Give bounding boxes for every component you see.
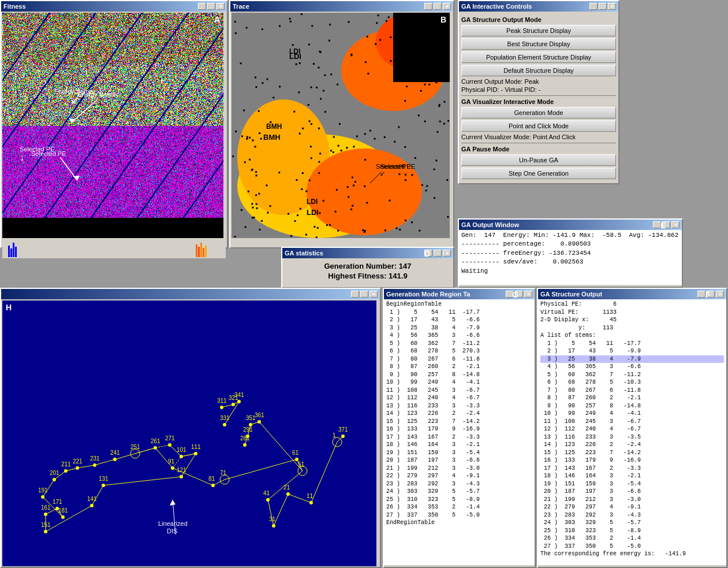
trace-content: B LDI BMH LDI Selected PE↙ (230, 12, 453, 239)
trace-maximize[interactable]: □ (434, 3, 442, 10)
close-btn[interactable]: ✕ (608, 3, 616, 10)
trace-close[interactable]: ✕ (443, 3, 451, 10)
fitness-window: Fitness _ □ ✕ A Energy Barrier ↙ Selecte… (0, 0, 228, 248)
stats-maximize[interactable]: □ (434, 250, 442, 257)
structure-win-controls: _ □ ✕ (697, 291, 724, 298)
point-click-btn[interactable]: Point and Click Mode (461, 120, 616, 132)
fitness-label-a: A (214, 15, 220, 24)
stats-content: Generation Number: 147 Highest Fitness: … (282, 258, 453, 284)
structure-content: Physical PE: 6Virtual PE: 11332-D Displa… (538, 299, 726, 565)
best-structure-btn[interactable]: Best Structure Display (461, 38, 616, 50)
large-minimize[interactable]: _ (351, 291, 359, 298)
ga-controls-content: GA Structure Output Mode Peak Structure … (459, 12, 618, 183)
histogram-svg (5, 240, 219, 257)
structure-titlebar: GA Structure Output _ □ ✕ (538, 289, 726, 299)
trace-title: Trace (233, 3, 249, 10)
peak-structure-btn[interactable]: Peak Structure Display (461, 25, 616, 36)
structure-minimize[interactable]: _ (697, 291, 705, 298)
fitness-minimize[interactable]: _ (198, 3, 206, 10)
ga-output-title: GA Output Window (461, 221, 519, 228)
minimize-btn[interactable]: _ (589, 3, 598, 10)
stats-label-d: D (424, 249, 430, 258)
ga-controls-titlebar: GA Interactive Controls _ □ ✕ (459, 1, 618, 12)
svg-rect-1 (10, 248, 12, 257)
gen-mode-table-window: Generation Mode Region Ta _ □ ✕ BeginReg… (383, 288, 536, 568)
ga-output-content: Gen: 147 Energy: Min: -141.9 Max: -58.5 … (459, 230, 682, 285)
structure-title: GA Structure Output (540, 291, 602, 298)
svg-rect-6 (200, 243, 202, 257)
maximize-btn[interactable]: □ (599, 3, 607, 10)
generation-mode-btn[interactable]: Generation Mode (461, 107, 616, 118)
output-text-area[interactable]: Gen: 147 Energy: Min: -141.9 Max: -58.5 … (459, 230, 682, 285)
structure-close[interactable]: ✕ (716, 291, 724, 298)
gen-mode-content: BeginRegionTable 1 ) 5 54 11 -17.7 2 ) 1… (384, 299, 535, 565)
region-table[interactable]: BeginRegionTable 1 ) 5 54 11 -17.7 2 ) 1… (384, 299, 535, 565)
energy-barrier-label: Energy Barrier ↙ (54, 88, 95, 106)
svg-rect-2 (13, 243, 14, 257)
trace-label-b: B (440, 15, 446, 24)
visualizer-mode-status: Current Visualizer Mode: Point And Click (461, 133, 616, 140)
trace-titlebar: Trace _ □ ✕ (230, 1, 453, 12)
ldi-top-label: LDI (289, 47, 300, 55)
ga-stats-title: GA statistics (285, 250, 323, 257)
unpause-btn[interactable]: Un-Pause GA (461, 154, 616, 166)
structure-output-label: GA Structure Output Mode (461, 16, 616, 23)
large-close[interactable]: ✕ (369, 291, 378, 298)
ga-controls-title: GA Interactive Controls (461, 3, 532, 10)
trace-minimize[interactable]: _ (424, 3, 432, 10)
stem-histograms-label: Stem Histograms (114, 229, 163, 236)
stats-close[interactable]: ✕ (443, 250, 451, 257)
pause-label: GA Pause Mode (461, 146, 616, 153)
large-display-content: H LinearizedDIS↓ (1, 299, 380, 567)
large-display-window: _ □ ✕ H LinearizedDIS↓ (0, 288, 381, 568)
highest-fitness-label: Highest Fitness: 141.9 (287, 272, 449, 280)
svg-rect-3 (15, 247, 17, 257)
fitness-close[interactable]: ✕ (216, 3, 225, 10)
selected-pe-label: Selected PE ↓ (20, 146, 55, 163)
fitness-title: Fitness (3, 3, 26, 10)
gen-table-close[interactable]: ✕ (524, 291, 532, 298)
fitness-win-controls: _ □ ✕ (198, 3, 225, 10)
population-element-btn[interactable]: Population Element Structure Display (461, 51, 616, 63)
gen-mode-title: Generation Mode Region Ta (386, 291, 470, 298)
ga-stats-window: GA statistics _ □ ✕ Generation Number: 1… (281, 247, 454, 288)
large-label-h: H (6, 303, 12, 312)
svg-rect-4 (196, 244, 197, 257)
fitness-canvas[interactable]: A Energy Barrier ↙ Selected PE ↓ (2, 13, 223, 238)
svg-rect-7 (203, 248, 204, 257)
gen-number-label: Generation Number: 147 (287, 262, 449, 270)
ga-output-titlebar: GA Output Window _ □ ✕ (459, 220, 682, 230)
fitness-titlebar: Fitness _ □ ✕ (1, 1, 227, 12)
svg-rect-5 (198, 247, 200, 257)
ga-output-controls: _ □ ✕ (653, 221, 680, 228)
output-mode-status: Current Output Mode: Peak (461, 78, 616, 85)
large-maximize[interactable]: □ (360, 291, 368, 298)
trace-win-controls: _ □ ✕ (424, 3, 451, 10)
trace-selected-pe: Selected PE↙ (380, 163, 415, 177)
svg-rect-8 (205, 246, 207, 257)
svg-rect-0 (8, 246, 10, 257)
fitness-maximize[interactable]: □ (207, 3, 215, 10)
gen-mode-controls: _ □ ✕ (506, 291, 532, 298)
visualizer-label: GA Visualizer Interactive Mode (461, 98, 616, 105)
ga-controls-window: GA Interactive Controls _ □ ✕ GA Structu… (458, 0, 619, 184)
default-structure-btn[interactable]: Default Structure Display (461, 65, 616, 76)
window-controls: _ □ ✕ (589, 3, 616, 10)
pid-status: Physical PID: - Virtual PID: - (461, 86, 616, 93)
bmh-label: BMH (266, 122, 282, 131)
large-canvas[interactable]: H LinearizedDIS↓ (2, 300, 376, 566)
gen-table-label-g: G (512, 290, 518, 299)
fitness-content: A Energy Barrier ↙ Selected PE ↓ Stem Hi… (1, 12, 227, 259)
structure-text-area[interactable]: Physical PE: 6Virtual PE: 11332-D Displa… (538, 299, 726, 565)
ldi-bottom-label: LDI (307, 198, 318, 206)
structure-label-f: F (705, 290, 710, 299)
large-display-controls: _ □ ✕ (351, 291, 378, 298)
trace-canvas[interactable]: B LDI BMH LDI Selected PE↙ (232, 13, 450, 238)
large-display-titlebar: _ □ ✕ (1, 289, 380, 299)
structure-output-window: GA Structure Output _ □ ✕ Physical PE: 6… (537, 288, 727, 568)
trace-window: Trace _ □ ✕ B LDI BMH LDI Selected PE↙ (229, 0, 454, 248)
step-gen-btn[interactable]: Step One Generation (461, 168, 616, 179)
output-close[interactable]: ✕ (671, 221, 680, 228)
output-label-e: E (660, 221, 666, 230)
histogram-area: Stem Histograms (2, 238, 226, 258)
